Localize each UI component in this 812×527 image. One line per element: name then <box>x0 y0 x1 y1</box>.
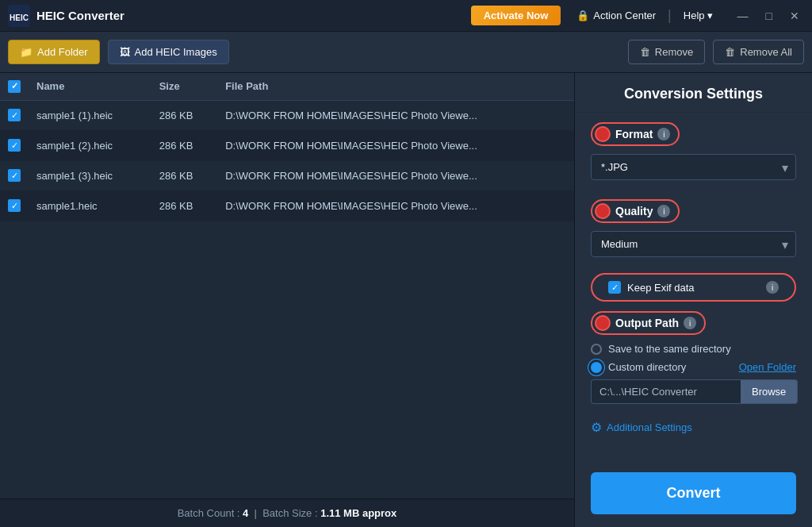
output-path-label: Output Path <box>615 317 679 329</box>
open-folder-link[interactable]: Open Folder <box>739 361 796 373</box>
select-all-checkbox[interactable]: ✓ <box>8 80 21 93</box>
path-input[interactable] <box>591 379 741 404</box>
status-separator: | <box>255 507 257 519</box>
gear-icon: ⚙ <box>591 420 602 435</box>
same-dir-label: Save to the same directory <box>608 343 731 355</box>
size-column-header: Size <box>151 73 217 100</box>
svg-text:HEIC: HEIC <box>10 13 29 22</box>
chevron-down-icon: ▾ <box>707 10 713 21</box>
add-heic-label: Add HEIC Images <box>135 46 217 58</box>
row-checkbox[interactable]: ✓ <box>8 139 21 152</box>
help-label: Help <box>684 10 705 21</box>
custom-dir-label: Custom directory <box>608 361 686 373</box>
same-directory-row[interactable]: Save to the same directory <box>591 343 796 355</box>
quality-label: Quality <box>615 205 653 217</box>
quality-select[interactable]: Low Medium High Maximum <box>591 231 796 257</box>
row-size: 286 KB <box>151 160 217 190</box>
row-size: 286 KB <box>151 190 217 221</box>
minimize-button[interactable]: — <box>733 8 753 24</box>
batch-size-label: Batch Size : <box>262 507 317 519</box>
title-bar-right: 🔒 Action Center | Help ▾ — □ ✕ <box>576 7 804 24</box>
toolbar: 📁 Add Folder 🖼 Add HEIC Images 🗑 Remove … <box>0 32 812 73</box>
action-center-label: Action Center <box>593 10 656 21</box>
row-checkbox-cell[interactable]: ✓ <box>0 100 29 130</box>
close-button[interactable]: ✕ <box>785 8 804 24</box>
main-layout: ✓ Name Size File Path ✓sample1 (1).heic2… <box>0 73 812 527</box>
output-path-section: Output Path i Save to the same directory… <box>575 308 812 414</box>
row-name: sample1 (1).heic <box>29 100 151 130</box>
checkbox-header-cell[interactable]: ✓ <box>0 73 29 100</box>
row-filepath: D:\WORK FROM HOME\IMAGES\HEIC Photo View… <box>217 100 574 130</box>
row-filepath: D:\WORK FROM HOME\IMAGES\HEIC Photo View… <box>217 130 574 160</box>
format-label: Format <box>615 128 653 140</box>
table-row[interactable]: ✓sample1.heic286 KBD:\WORK FROM HOME\IMA… <box>0 190 574 221</box>
folder-icon: 📁 <box>20 46 33 58</box>
settings-title: Conversion Settings <box>575 73 812 113</box>
lock-icon: 🔒 <box>576 10 589 21</box>
quality-section: Quality i Low Medium High Maximum <box>575 190 812 267</box>
convert-button[interactable]: Convert <box>591 472 796 514</box>
image-icon: 🖼 <box>120 46 130 58</box>
convert-btn-area: Convert <box>575 460 812 527</box>
table-row[interactable]: ✓sample1 (1).heic286 KBD:\WORK FROM HOME… <box>0 100 574 130</box>
action-center-button[interactable]: 🔒 Action Center <box>576 10 656 21</box>
row-checkbox[interactable]: ✓ <box>8 109 21 121</box>
app-title: HEIC Converter <box>36 9 471 22</box>
custom-dir-radio[interactable] <box>591 362 602 373</box>
window-controls: — □ ✕ <box>733 8 804 24</box>
format-section: Format i *.JPG *.PNG *.PDF *.TIFF *.BMP … <box>575 113 812 190</box>
app-logo-icon: HEIC <box>8 5 30 27</box>
additional-settings-row[interactable]: ⚙ Additional Settings <box>575 414 812 441</box>
trash-all-icon: 🗑 <box>725 46 735 58</box>
batch-count-value: 4 <box>243 507 248 519</box>
same-dir-radio[interactable] <box>591 344 602 355</box>
format-select[interactable]: *.JPG *.PNG *.PDF *.TIFF *.BMP *.GIF <box>591 154 796 180</box>
row-size: 286 KB <box>151 100 217 130</box>
output-path-circle-icon <box>595 315 611 331</box>
row-name: sample1 (2).heic <box>29 130 151 160</box>
keep-exif-row[interactable]: ✓ Keep Exif data i <box>591 273 796 302</box>
row-checkbox-cell[interactable]: ✓ <box>0 190 29 221</box>
remove-button[interactable]: 🗑 Remove <box>628 40 705 64</box>
add-heic-button[interactable]: 🖼 Add HEIC Images <box>108 40 229 64</box>
format-info-icon[interactable]: i <box>657 128 670 140</box>
custom-directory-row: Custom directory Open Folder <box>591 361 796 373</box>
batch-size-value: 1.11 MB approx <box>320 507 396 519</box>
quality-info-icon[interactable]: i <box>657 205 670 217</box>
additional-settings-label: Additional Settings <box>607 421 692 433</box>
name-column-header: Name <box>29 73 151 100</box>
activate-button[interactable]: Activate Now <box>471 6 561 25</box>
browse-button[interactable]: Browse <box>741 379 798 404</box>
format-circle-icon <box>595 126 611 142</box>
keep-exif-label: Keep Exif data <box>627 282 760 294</box>
keep-exif-checkbox[interactable]: ✓ <box>608 281 621 294</box>
table-row[interactable]: ✓sample1 (3).heic286 KBD:\WORK FROM HOME… <box>0 160 574 190</box>
quality-circle-icon <box>595 203 611 219</box>
filepath-column-header: File Path <box>217 73 574 100</box>
remove-label: Remove <box>655 46 693 58</box>
title-bar: HEIC HEIC Converter Activate Now 🔒 Actio… <box>0 0 812 32</box>
trash-icon: 🗑 <box>640 46 650 58</box>
quality-select-wrapper: Low Medium High Maximum <box>591 231 796 257</box>
table-row[interactable]: ✓sample1 (2).heic286 KBD:\WORK FROM HOME… <box>0 130 574 160</box>
file-list-panel: ✓ Name Size File Path ✓sample1 (1).heic2… <box>0 73 574 527</box>
remove-all-label: Remove All <box>740 46 792 58</box>
row-size: 286 KB <box>151 130 217 160</box>
row-checkbox[interactable]: ✓ <box>8 199 21 212</box>
maximize-button[interactable]: □ <box>761 8 777 24</box>
file-table: ✓ Name Size File Path ✓sample1 (1).heic2… <box>0 73 574 221</box>
output-path-info-icon[interactable]: i <box>684 317 696 329</box>
row-checkbox-cell[interactable]: ✓ <box>0 130 29 160</box>
keep-exif-info-icon[interactable]: i <box>766 281 779 294</box>
add-folder-button[interactable]: 📁 Add Folder <box>8 40 100 64</box>
empty-area <box>0 221 574 499</box>
add-folder-label: Add Folder <box>37 46 88 58</box>
row-name: sample1 (3).heic <box>29 160 151 190</box>
remove-all-button[interactable]: 🗑 Remove All <box>713 40 804 64</box>
row-checkbox-cell[interactable]: ✓ <box>0 160 29 190</box>
row-name: sample1.heic <box>29 190 151 221</box>
custom-dir-left: Custom directory <box>591 361 686 373</box>
row-checkbox[interactable]: ✓ <box>8 169 21 182</box>
file-table-body: ✓sample1 (1).heic286 KBD:\WORK FROM HOME… <box>0 100 574 221</box>
help-button[interactable]: Help ▾ <box>684 10 713 21</box>
